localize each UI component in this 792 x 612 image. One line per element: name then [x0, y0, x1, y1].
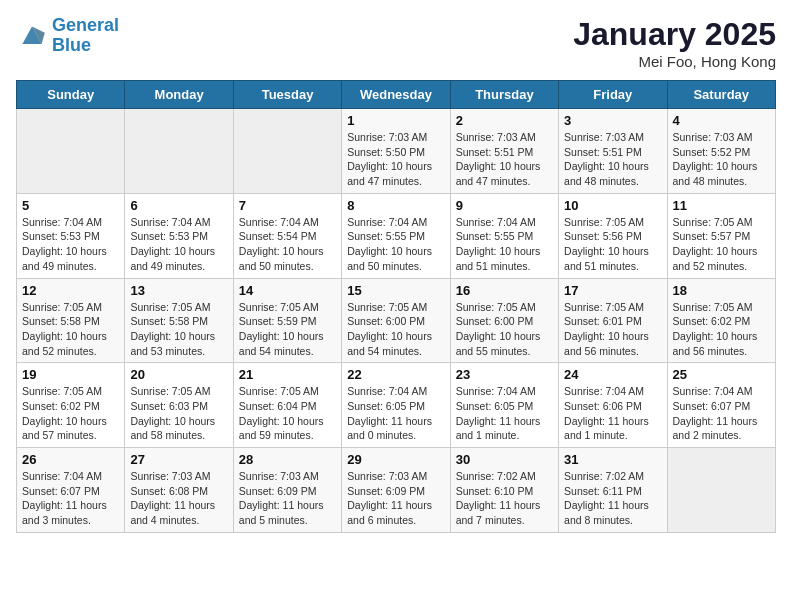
day-number: 2: [456, 113, 553, 128]
day-number: 12: [22, 283, 119, 298]
cell-details: Sunrise: 7:03 AMSunset: 6:08 PMDaylight:…: [130, 469, 227, 528]
day-number: 26: [22, 452, 119, 467]
calendar-cell: 9Sunrise: 7:04 AMSunset: 5:55 PMDaylight…: [450, 193, 558, 278]
cell-details: Sunrise: 7:04 AMSunset: 6:06 PMDaylight:…: [564, 384, 661, 443]
logo-icon: [16, 20, 48, 52]
day-number: 3: [564, 113, 661, 128]
day-number: 17: [564, 283, 661, 298]
cell-details: Sunrise: 7:05 AMSunset: 5:58 PMDaylight:…: [22, 300, 119, 359]
cell-details: Sunrise: 7:03 AMSunset: 5:52 PMDaylight:…: [673, 130, 770, 189]
calendar-week-row: 26Sunrise: 7:04 AMSunset: 6:07 PMDayligh…: [17, 448, 776, 533]
day-number: 21: [239, 367, 336, 382]
calendar-cell: 22Sunrise: 7:04 AMSunset: 6:05 PMDayligh…: [342, 363, 450, 448]
cell-details: Sunrise: 7:02 AMSunset: 6:10 PMDaylight:…: [456, 469, 553, 528]
title-block: January 2025 Mei Foo, Hong Kong: [573, 16, 776, 70]
cell-details: Sunrise: 7:05 AMSunset: 5:59 PMDaylight:…: [239, 300, 336, 359]
day-number: 4: [673, 113, 770, 128]
weekday-header-tuesday: Tuesday: [233, 81, 341, 109]
cell-details: Sunrise: 7:03 AMSunset: 5:50 PMDaylight:…: [347, 130, 444, 189]
day-number: 10: [564, 198, 661, 213]
calendar-cell: 31Sunrise: 7:02 AMSunset: 6:11 PMDayligh…: [559, 448, 667, 533]
day-number: 20: [130, 367, 227, 382]
calendar-cell: 2Sunrise: 7:03 AMSunset: 5:51 PMDaylight…: [450, 109, 558, 194]
calendar-cell: 27Sunrise: 7:03 AMSunset: 6:08 PMDayligh…: [125, 448, 233, 533]
weekday-header-saturday: Saturday: [667, 81, 775, 109]
calendar-cell: 17Sunrise: 7:05 AMSunset: 6:01 PMDayligh…: [559, 278, 667, 363]
cell-details: Sunrise: 7:04 AMSunset: 5:53 PMDaylight:…: [130, 215, 227, 274]
cell-details: Sunrise: 7:04 AMSunset: 6:05 PMDaylight:…: [347, 384, 444, 443]
calendar-cell: 8Sunrise: 7:04 AMSunset: 5:55 PMDaylight…: [342, 193, 450, 278]
cell-details: Sunrise: 7:05 AMSunset: 6:01 PMDaylight:…: [564, 300, 661, 359]
cell-details: Sunrise: 7:05 AMSunset: 5:57 PMDaylight:…: [673, 215, 770, 274]
cell-details: Sunrise: 7:04 AMSunset: 6:07 PMDaylight:…: [673, 384, 770, 443]
weekday-header-thursday: Thursday: [450, 81, 558, 109]
logo: GeneralBlue: [16, 16, 119, 56]
day-number: 23: [456, 367, 553, 382]
calendar-week-row: 19Sunrise: 7:05 AMSunset: 6:02 PMDayligh…: [17, 363, 776, 448]
day-number: 28: [239, 452, 336, 467]
day-number: 19: [22, 367, 119, 382]
calendar-cell: 30Sunrise: 7:02 AMSunset: 6:10 PMDayligh…: [450, 448, 558, 533]
calendar-cell: 28Sunrise: 7:03 AMSunset: 6:09 PMDayligh…: [233, 448, 341, 533]
weekday-header-friday: Friday: [559, 81, 667, 109]
cell-details: Sunrise: 7:05 AMSunset: 6:00 PMDaylight:…: [347, 300, 444, 359]
day-number: 14: [239, 283, 336, 298]
cell-details: Sunrise: 7:04 AMSunset: 5:55 PMDaylight:…: [456, 215, 553, 274]
calendar-cell: 18Sunrise: 7:05 AMSunset: 6:02 PMDayligh…: [667, 278, 775, 363]
calendar-cell: [233, 109, 341, 194]
calendar-week-row: 1Sunrise: 7:03 AMSunset: 5:50 PMDaylight…: [17, 109, 776, 194]
calendar-cell: 23Sunrise: 7:04 AMSunset: 6:05 PMDayligh…: [450, 363, 558, 448]
day-number: 5: [22, 198, 119, 213]
calendar-table: SundayMondayTuesdayWednesdayThursdayFrid…: [16, 80, 776, 533]
cell-details: Sunrise: 7:02 AMSunset: 6:11 PMDaylight:…: [564, 469, 661, 528]
day-number: 9: [456, 198, 553, 213]
day-number: 8: [347, 198, 444, 213]
day-number: 30: [456, 452, 553, 467]
weekday-header-monday: Monday: [125, 81, 233, 109]
day-number: 22: [347, 367, 444, 382]
cell-details: Sunrise: 7:03 AMSunset: 6:09 PMDaylight:…: [239, 469, 336, 528]
cell-details: Sunrise: 7:05 AMSunset: 6:02 PMDaylight:…: [673, 300, 770, 359]
calendar-cell: 15Sunrise: 7:05 AMSunset: 6:00 PMDayligh…: [342, 278, 450, 363]
day-number: 15: [347, 283, 444, 298]
day-number: 29: [347, 452, 444, 467]
day-number: 1: [347, 113, 444, 128]
cell-details: Sunrise: 7:05 AMSunset: 6:03 PMDaylight:…: [130, 384, 227, 443]
calendar-cell: 1Sunrise: 7:03 AMSunset: 5:50 PMDaylight…: [342, 109, 450, 194]
day-number: 24: [564, 367, 661, 382]
calendar-cell: 24Sunrise: 7:04 AMSunset: 6:06 PMDayligh…: [559, 363, 667, 448]
cell-details: Sunrise: 7:05 AMSunset: 6:02 PMDaylight:…: [22, 384, 119, 443]
calendar-cell: 13Sunrise: 7:05 AMSunset: 5:58 PMDayligh…: [125, 278, 233, 363]
calendar-week-row: 12Sunrise: 7:05 AMSunset: 5:58 PMDayligh…: [17, 278, 776, 363]
weekday-header-sunday: Sunday: [17, 81, 125, 109]
calendar-cell: 4Sunrise: 7:03 AMSunset: 5:52 PMDaylight…: [667, 109, 775, 194]
cell-details: Sunrise: 7:05 AMSunset: 6:00 PMDaylight:…: [456, 300, 553, 359]
calendar-cell: 6Sunrise: 7:04 AMSunset: 5:53 PMDaylight…: [125, 193, 233, 278]
day-number: 6: [130, 198, 227, 213]
calendar-cell: 10Sunrise: 7:05 AMSunset: 5:56 PMDayligh…: [559, 193, 667, 278]
day-number: 13: [130, 283, 227, 298]
cell-details: Sunrise: 7:05 AMSunset: 5:56 PMDaylight:…: [564, 215, 661, 274]
day-number: 27: [130, 452, 227, 467]
calendar-cell: 21Sunrise: 7:05 AMSunset: 6:04 PMDayligh…: [233, 363, 341, 448]
weekday-header-wednesday: Wednesday: [342, 81, 450, 109]
cell-details: Sunrise: 7:04 AMSunset: 5:54 PMDaylight:…: [239, 215, 336, 274]
cell-details: Sunrise: 7:04 AMSunset: 5:53 PMDaylight:…: [22, 215, 119, 274]
page-header: GeneralBlue January 2025 Mei Foo, Hong K…: [16, 16, 776, 70]
day-number: 25: [673, 367, 770, 382]
calendar-cell: [125, 109, 233, 194]
calendar-cell: [667, 448, 775, 533]
cell-details: Sunrise: 7:05 AMSunset: 5:58 PMDaylight:…: [130, 300, 227, 359]
month-title: January 2025: [573, 16, 776, 53]
cell-details: Sunrise: 7:04 AMSunset: 6:07 PMDaylight:…: [22, 469, 119, 528]
logo-text: GeneralBlue: [52, 16, 119, 56]
calendar-cell: 5Sunrise: 7:04 AMSunset: 5:53 PMDaylight…: [17, 193, 125, 278]
cell-details: Sunrise: 7:03 AMSunset: 5:51 PMDaylight:…: [456, 130, 553, 189]
calendar-cell: 16Sunrise: 7:05 AMSunset: 6:00 PMDayligh…: [450, 278, 558, 363]
calendar-cell: 12Sunrise: 7:05 AMSunset: 5:58 PMDayligh…: [17, 278, 125, 363]
calendar-cell: 3Sunrise: 7:03 AMSunset: 5:51 PMDaylight…: [559, 109, 667, 194]
day-number: 11: [673, 198, 770, 213]
calendar-cell: 14Sunrise: 7:05 AMSunset: 5:59 PMDayligh…: [233, 278, 341, 363]
calendar-cell: 7Sunrise: 7:04 AMSunset: 5:54 PMDaylight…: [233, 193, 341, 278]
cell-details: Sunrise: 7:05 AMSunset: 6:04 PMDaylight:…: [239, 384, 336, 443]
